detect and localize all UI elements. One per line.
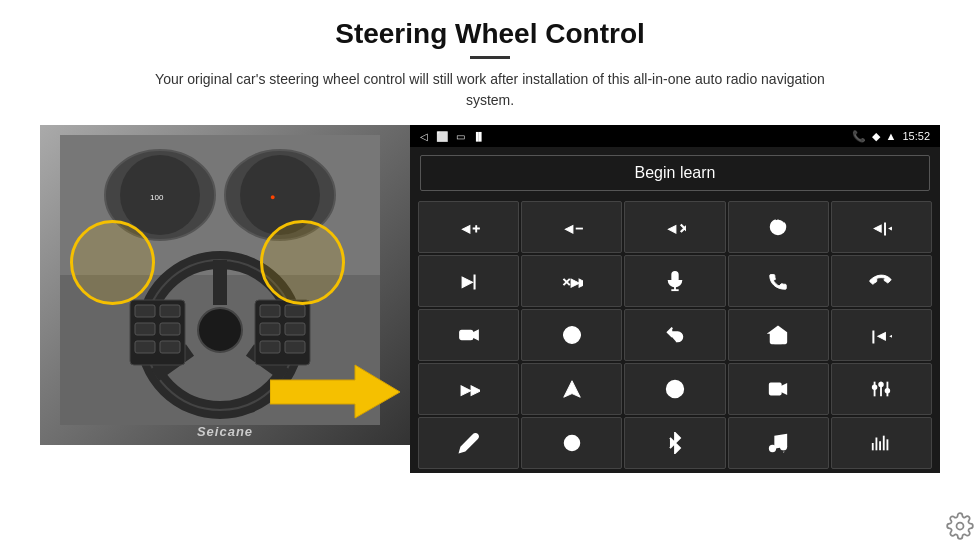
svg-text:▶|: ▶| [461, 274, 476, 289]
svg-rect-27 [285, 341, 305, 353]
control-panel: ◁ ⬜ ▭ ▐▌ 📞 ◆ ▲ 15:52 Begin learn [410, 125, 940, 473]
highlight-circle-right [260, 220, 345, 305]
svg-rect-16 [135, 305, 155, 317]
highlight-circle-left [70, 220, 155, 305]
svg-rect-17 [160, 305, 180, 317]
svg-text:♪: ♪ [783, 449, 785, 454]
power-button[interactable] [728, 201, 829, 253]
svg-marker-50 [564, 381, 581, 398]
page-subtitle: Your original car's steering wheel contr… [140, 69, 840, 111]
swap-button[interactable] [624, 363, 725, 415]
skip-forward-button[interactable]: ▶▶| [418, 363, 519, 415]
svg-text:◄+: ◄+ [459, 221, 479, 236]
svg-point-58 [886, 389, 890, 393]
equalizer-button[interactable] [831, 363, 932, 415]
svg-marker-28 [270, 365, 400, 418]
home-nav-icon[interactable]: ⬜ [436, 131, 448, 142]
prev-hold-button[interactable]: ◄|◄◄ [831, 201, 932, 253]
next-button[interactable]: ▶| [418, 255, 519, 307]
wifi-status-icon: ◆ [872, 130, 880, 143]
microphone-button[interactable] [624, 255, 725, 307]
status-left: ◁ ⬜ ▭ ▐▌ [420, 131, 484, 142]
target-button[interactable] [521, 417, 622, 469]
battery-small-icon: ▐▌ [473, 132, 484, 141]
svg-text:✕▶▶: ✕▶▶ [562, 276, 583, 288]
svg-rect-25 [285, 323, 305, 335]
back-nav-icon[interactable]: ◁ [420, 131, 428, 142]
fast-forward-button[interactable]: ✕▶▶ [521, 255, 622, 307]
phone-button[interactable] [728, 255, 829, 307]
time-display: 15:52 [902, 130, 930, 142]
audio-bars-button[interactable] [831, 417, 932, 469]
svg-point-60 [569, 440, 575, 446]
svg-rect-26 [260, 341, 280, 353]
gear-icon[interactable] [946, 512, 974, 540]
svg-point-57 [880, 383, 884, 387]
record-button[interactable] [728, 363, 829, 415]
begin-learn-row: Begin learn [410, 147, 940, 199]
home-button[interactable] [728, 309, 829, 361]
status-bar: ◁ ⬜ ▭ ▐▌ 📞 ◆ ▲ 15:52 [410, 125, 940, 147]
page-title: Steering Wheel Control [335, 18, 645, 50]
svg-text:◄✕: ◄✕ [666, 221, 686, 236]
svg-rect-24 [260, 323, 280, 335]
skip-back-button[interactable]: |◄◄ [831, 309, 932, 361]
music-button[interactable]: ♪ [728, 417, 829, 469]
camera-button[interactable] [418, 309, 519, 361]
svg-rect-47 [775, 337, 781, 343]
vol-up-button[interactable]: ◄+ [418, 201, 519, 253]
svg-point-42 [465, 334, 467, 336]
back-button[interactable] [624, 309, 725, 361]
svg-rect-23 [285, 305, 305, 317]
svg-point-13 [198, 308, 242, 352]
car-image: 100 ● [40, 125, 410, 445]
svg-rect-20 [135, 341, 155, 353]
navigation-button[interactable] [521, 363, 622, 415]
svg-text:|◄◄: |◄◄ [872, 328, 892, 343]
phone-status-icon: 📞 [852, 130, 866, 143]
view360-button[interactable]: 360° [521, 309, 622, 361]
svg-rect-19 [160, 323, 180, 335]
svg-point-73 [957, 523, 964, 530]
yellow-arrow [270, 360, 400, 425]
svg-text:◄|◄◄: ◄|◄◄ [872, 221, 892, 235]
recents-nav-icon[interactable]: ▭ [456, 131, 465, 142]
svg-text:◄−: ◄− [563, 221, 583, 236]
svg-rect-21 [160, 341, 180, 353]
vol-down-button[interactable]: ◄− [521, 201, 622, 253]
svg-rect-18 [135, 323, 155, 335]
svg-text:100: 100 [150, 193, 164, 202]
begin-learn-button[interactable]: Begin learn [420, 155, 930, 191]
buttons-grid: ◄+ ◄− ◄✕ ◄|◄◄ [410, 199, 940, 473]
status-right: 📞 ◆ ▲ 15:52 [852, 130, 930, 143]
svg-text:▶▶|: ▶▶| [460, 382, 479, 397]
hangup-button[interactable] [831, 255, 932, 307]
svg-point-65 [770, 446, 776, 452]
title-divider [470, 56, 510, 59]
pen-button[interactable] [418, 417, 519, 469]
bluetooth-button[interactable] [624, 417, 725, 469]
svg-rect-22 [260, 305, 280, 317]
svg-point-56 [873, 385, 877, 389]
signal-status-icon: ▲ [886, 130, 897, 142]
seicane-watermark: Seicane [197, 424, 253, 439]
mute-button[interactable]: ◄✕ [624, 201, 725, 253]
svg-text:●: ● [270, 192, 275, 202]
svg-rect-52 [770, 384, 781, 395]
svg-text:360°: 360° [567, 339, 577, 344]
